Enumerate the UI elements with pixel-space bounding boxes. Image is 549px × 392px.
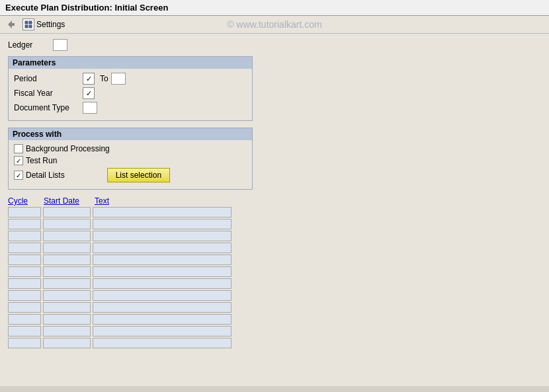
text-cell[interactable] — [93, 266, 232, 277]
table-row — [8, 231, 541, 241]
cycle-cell[interactable] — [8, 326, 41, 336]
svg-rect-1 — [25, 21, 28, 24]
cycle-cell[interactable] — [8, 266, 41, 277]
start-date-cell[interactable] — [43, 326, 91, 336]
start-date-cell[interactable] — [43, 231, 91, 241]
process-with-header: Process with — [9, 128, 252, 140]
background-processing-label: Background Processing — [26, 144, 110, 153]
document-type-row: Document Type — [14, 102, 247, 114]
table-row — [8, 207, 541, 217]
settings-toolbar-item[interactable]: Settings — [22, 19, 65, 30]
cycle-cell[interactable] — [8, 338, 41, 348]
period-to-input[interactable] — [111, 73, 126, 85]
table-row — [8, 219, 541, 229]
start-date-cell[interactable] — [43, 207, 91, 217]
detail-lists-row: Detail Lists List selection — [14, 168, 247, 182]
cycle-cell[interactable] — [8, 314, 41, 325]
background-processing-row: Background Processing — [14, 144, 247, 153]
settings-icon — [22, 19, 34, 30]
cycle-cell[interactable] — [8, 278, 41, 289]
period-row: Period To — [14, 73, 247, 85]
fiscal-year-row: Fiscal Year — [14, 87, 247, 99]
cycle-cell[interactable] — [8, 231, 41, 241]
cycle-cell[interactable] — [8, 219, 41, 229]
text-cell[interactable] — [93, 243, 232, 253]
cycle-table-headers: Cycle Start Date Text — [8, 196, 541, 206]
text-cell[interactable] — [93, 314, 232, 325]
table-row — [8, 278, 541, 289]
cycle-cell[interactable] — [8, 302, 41, 313]
text-cell[interactable] — [93, 290, 232, 301]
start-date-cell[interactable] — [43, 338, 91, 348]
settings-label: Settings — [36, 20, 65, 29]
fiscal-year-checkbox[interactable] — [83, 87, 95, 99]
start-date-cell[interactable] — [43, 243, 91, 253]
cycle-cell[interactable] — [8, 207, 41, 217]
start-date-cell[interactable] — [43, 290, 91, 301]
detail-lists-checkbox[interactable] — [14, 171, 23, 180]
to-label: To — [100, 74, 108, 83]
cycle-cell[interactable] — [8, 243, 41, 253]
toolbar: Settings © www.tutorialkart.com — [0, 16, 549, 34]
period-checkbox[interactable] — [83, 73, 95, 85]
start-date-cell[interactable] — [43, 278, 91, 289]
detail-lists-label: Detail Lists — [26, 171, 65, 180]
watermark: © www.tutorialkart.com — [227, 19, 321, 30]
ledger-row: Ledger — [8, 39, 541, 51]
cycle-cell[interactable] — [8, 255, 41, 265]
text-cell[interactable] — [93, 219, 232, 229]
text-cell[interactable] — [93, 207, 232, 217]
text-cell[interactable] — [93, 255, 232, 265]
text-column-header[interactable]: Text — [95, 196, 109, 206]
table-row — [8, 255, 541, 265]
text-cell[interactable] — [93, 231, 232, 241]
cycle-table-body — [8, 207, 541, 348]
svg-rect-3 — [25, 25, 28, 28]
svg-rect-2 — [29, 21, 32, 24]
text-cell[interactable] — [93, 326, 232, 336]
ledger-label: Ledger — [8, 40, 48, 50]
ledger-input[interactable] — [53, 39, 67, 51]
document-type-label: Document Type — [14, 103, 80, 112]
table-row — [8, 266, 541, 277]
test-run-row: Test Run — [14, 156, 247, 165]
table-row — [8, 338, 541, 348]
parameters-section: Parameters Period To Fiscal Year Documen… — [8, 56, 253, 121]
fiscal-year-label: Fiscal Year — [14, 89, 80, 98]
background-processing-checkbox[interactable] — [14, 144, 23, 153]
parameters-header: Parameters — [9, 57, 252, 69]
main-content: Ledger Parameters Period To Fiscal Year … — [0, 34, 549, 386]
table-row — [8, 290, 541, 301]
start-date-column-header[interactable]: Start Date — [44, 196, 93, 206]
process-with-body: Background Processing Test Run Detail Li… — [9, 140, 252, 189]
start-date-cell[interactable] — [43, 219, 91, 229]
text-cell[interactable] — [93, 338, 232, 348]
table-row — [8, 243, 541, 253]
table-row — [8, 302, 541, 313]
period-label: Period — [14, 74, 80, 83]
document-type-input[interactable] — [83, 102, 97, 114]
test-run-checkbox[interactable] — [14, 156, 23, 165]
start-date-cell[interactable] — [43, 302, 91, 313]
text-cell[interactable] — [93, 278, 232, 289]
title-bar: Execute Plan Distribution: Initial Scree… — [0, 0, 549, 16]
parameters-body: Period To Fiscal Year Document Type — [9, 69, 252, 120]
start-date-cell[interactable] — [43, 266, 91, 277]
list-selection-button[interactable]: List selection — [107, 168, 170, 182]
cycle-table-section: Cycle Start Date Text — [8, 196, 541, 348]
test-run-label: Test Run — [26, 156, 57, 165]
cycle-cell[interactable] — [8, 290, 41, 301]
start-date-cell[interactable] — [43, 255, 91, 265]
start-date-cell[interactable] — [43, 314, 91, 325]
table-row — [8, 314, 541, 325]
table-row — [8, 326, 541, 336]
svg-rect-4 — [29, 25, 32, 28]
svg-marker-0 — [8, 20, 15, 28]
cycle-column-header[interactable]: Cycle — [8, 196, 42, 206]
text-cell[interactable] — [93, 302, 232, 313]
title-text: Execute Plan Distribution: Initial Scree… — [5, 3, 168, 13]
back-icon[interactable] — [4, 18, 17, 31]
process-with-section: Process with Background Processing Test … — [8, 128, 253, 190]
